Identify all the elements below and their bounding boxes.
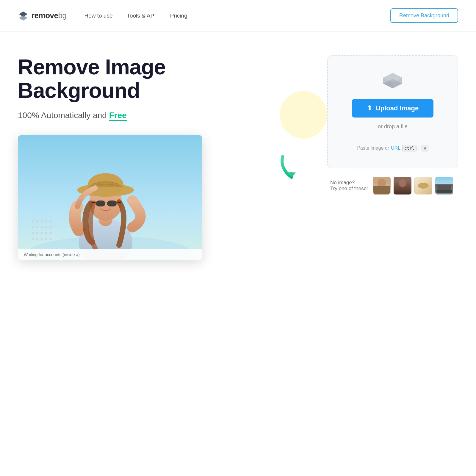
svg-marker-1 (19, 15, 28, 21)
upload-arrow-icon: ⬆ (367, 104, 372, 112)
arrow-svg (277, 151, 309, 183)
upload-image-button[interactable]: ⬆ Upload Image (352, 99, 433, 118)
svg-rect-10 (96, 201, 105, 206)
svg-rect-11 (107, 201, 117, 206)
svg-point-30 (32, 238, 34, 240)
kbd-ctrl: ctrl (402, 145, 416, 151)
nav-menu: How to use Tools & API Pricing (84, 12, 390, 19)
svg-point-16 (36, 220, 38, 223)
no-image-text: No image? (330, 180, 368, 186)
svg-point-28 (45, 232, 47, 234)
upload-dropzone[interactable]: ⬆ Upload Image or drop a file Paste imag… (327, 55, 458, 168)
svg-point-34 (49, 238, 52, 240)
upload-layers-icon (382, 72, 403, 90)
nav-item-tools-api[interactable]: Tools & API (127, 12, 156, 19)
nav-item-pricing[interactable]: Pricing (170, 12, 187, 19)
hero-left-content: Remove Image Background 100% Automatical… (18, 55, 259, 260)
hero-subtitle: 100% Automatically and Free (18, 111, 259, 120)
logo-text-bg: bg (58, 11, 67, 20)
try-one-text: Try one of these: (330, 186, 368, 192)
sample-thumb-food[interactable] (414, 177, 432, 195)
sample-thumb-car[interactable] (435, 177, 453, 195)
svg-point-20 (32, 226, 34, 228)
svg-point-18 (45, 220, 47, 223)
hero-section: Remove Image Background 100% Automatical… (0, 32, 476, 299)
upload-button-label: Upload Image (376, 104, 419, 112)
sample-thumb-woman[interactable] (373, 177, 391, 195)
status-text: Waiting for accounts (inside a) (24, 252, 80, 257)
hero-title-line2: Background (18, 79, 140, 102)
svg-point-25 (32, 232, 34, 234)
svg-point-21 (36, 226, 38, 228)
svg-point-15 (32, 220, 34, 223)
sample-thumb-dark[interactable] (394, 177, 411, 195)
svg-point-17 (40, 220, 43, 223)
svg-point-33 (45, 238, 47, 240)
svg-point-31 (36, 238, 38, 240)
nav-link-tools-api[interactable]: Tools & API (127, 12, 156, 19)
bottom-content-area (0, 299, 476, 448)
decorative-blob-yellow (280, 91, 327, 139)
hero-title: Remove Image Background (18, 55, 259, 102)
kbd-plus: + (418, 145, 420, 151)
sample-images-area: No image? Try one of these: (327, 177, 458, 195)
logo[interactable]: removebg (18, 10, 66, 21)
hero-subtitle-before: 100% Automatically and (18, 111, 109, 120)
nav-link-how-to-use[interactable]: How to use (84, 12, 112, 19)
layers-icon (382, 72, 403, 90)
status-bar: Waiting for accounts (inside a) (18, 249, 202, 260)
paste-area: Paste image or URL ctrl + v (340, 139, 446, 151)
hero-image-background: Waiting for accounts (inside a) (18, 135, 202, 260)
sample-label: No image? Try one of these: (330, 180, 368, 192)
svg-point-29 (49, 232, 52, 234)
sample-thumbnails (373, 177, 453, 195)
logo-text-remove: remove (32, 11, 58, 20)
svg-point-23 (45, 226, 47, 228)
logo-icon (18, 10, 29, 21)
arrow-indicator (277, 151, 309, 183)
navbar: removebg How to use Tools & API Pricing … (0, 0, 476, 32)
svg-point-24 (49, 226, 52, 228)
hero-free-word: Free (109, 111, 127, 121)
kbd-v: v (422, 145, 428, 151)
keyboard-shortcut: ctrl + v (402, 145, 428, 151)
hero-title-line1: Remove Image (18, 55, 165, 79)
nav-item-how-to-use[interactable]: How to use (84, 12, 112, 19)
hero-right-upload: ⬆ Upload Image or drop a file Paste imag… (327, 55, 458, 195)
hero-woman-illustration (18, 135, 202, 260)
svg-point-19 (49, 220, 52, 223)
nav-link-pricing[interactable]: Pricing (170, 12, 187, 19)
svg-point-32 (40, 238, 43, 240)
svg-point-22 (40, 226, 43, 228)
drop-file-text: or drop a file (378, 123, 408, 130)
svg-point-27 (40, 232, 43, 234)
paste-label: Paste image or (357, 145, 389, 151)
svg-point-26 (36, 232, 38, 234)
hero-image-container: Waiting for accounts (inside a) (18, 135, 202, 260)
paste-url-link[interactable]: URL (391, 145, 400, 151)
remove-background-button[interactable]: Remove Background (390, 8, 458, 23)
